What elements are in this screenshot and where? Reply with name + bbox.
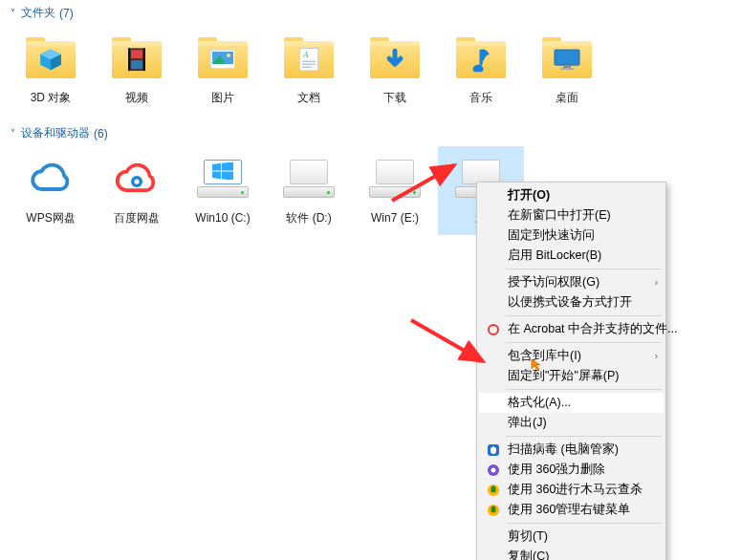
menu-item[interactable]: 使用 360管理右键菜单 (479, 500, 664, 520)
svg-marker-22 (212, 163, 221, 171)
drive-win10-c[interactable]: Win10 (C:) (180, 146, 266, 235)
360purple-icon (486, 463, 501, 478)
menu-item-label: 打开(O) (508, 187, 550, 204)
menu-item-label: 使用 360管理右键菜单 (508, 502, 630, 518)
menu-item-label: 使用 360强力删除 (508, 462, 605, 478)
section-header-drives[interactable]: ˅ 设备和驱动器 (6) (0, 120, 741, 144)
folder-icon (194, 32, 251, 85)
menu-item[interactable]: 弹出(J) (479, 413, 664, 433)
360yellow-icon (486, 483, 501, 498)
section-title: 设备和驱动器 (21, 125, 90, 141)
guanjia-icon (486, 442, 501, 458)
svg-rect-4 (131, 50, 142, 58)
menu-item-label: 在新窗口中打开(E) (508, 207, 611, 224)
menu-item-label: 剪切(T) (508, 528, 548, 545)
monitor-icon (554, 49, 580, 70)
folder-label: 桌面 (556, 91, 578, 106)
menu-separator (506, 315, 662, 316)
menu-item[interactable]: 在新窗口中打开(E) (479, 205, 664, 226)
chevron-down-icon: ˅ (8, 8, 17, 18)
svg-marker-23 (222, 162, 233, 171)
chevron-right-icon: › (655, 351, 658, 361)
drive-baidu-cloud[interactable]: 百度网盘 (94, 146, 180, 235)
section-header-folders[interactable]: ˅ 文件夹 (7) (0, 0, 741, 24)
svg-line-35 (411, 320, 483, 361)
svg-point-21 (134, 179, 139, 183)
menu-item-label: 复制(C) (508, 549, 549, 560)
menu-separator (506, 389, 662, 390)
folder-desktop[interactable]: 桌面 (524, 26, 610, 115)
menu-item-label: 使用 360进行木马云查杀 (508, 482, 643, 498)
menu-item[interactable]: 以便携式设备方式打开 (479, 292, 664, 312)
folder-icon (452, 32, 510, 85)
chevron-right-icon: › (655, 277, 658, 288)
drive-label: 百度网盘 (114, 211, 160, 226)
menu-item[interactable]: 扫描病毒 (电脑管家) (479, 440, 664, 460)
menu-separator (506, 269, 662, 269)
film-icon (128, 48, 145, 71)
windows-logo-icon (204, 160, 242, 184)
svg-point-29 (491, 467, 496, 472)
section-count: (7) (59, 7, 74, 20)
section-title: 文件夹 (21, 5, 55, 21)
download-icon (383, 48, 406, 71)
svg-rect-5 (131, 60, 142, 69)
menu-item-label: 在 Acrobat 中合并支持的文件... (508, 321, 677, 337)
menu-item[interactable]: 授予访问权限(G)› (479, 272, 664, 292)
folder-label: 图片 (211, 91, 234, 106)
menu-item-label: 固定到"开始"屏幕(P) (508, 368, 620, 384)
folder-documents[interactable]: A 文档 (266, 26, 352, 115)
folder-icon (538, 32, 596, 85)
menu-item[interactable]: 在 Acrobat 中合并支持的文件... (479, 319, 664, 339)
folder-label: 视频 (125, 91, 148, 106)
wps-cloud-icon (22, 152, 79, 205)
svg-point-11 (227, 54, 230, 57)
folder-music[interactable]: 音乐 (438, 26, 524, 115)
menu-item[interactable]: 启用 BitLocker(B) (479, 246, 664, 266)
folders-row: 3D 对象 视频 图片 A (0, 24, 741, 120)
menu-item[interactable]: 使用 360进行木马云查杀 (479, 480, 664, 500)
drive-win7-e[interactable]: Win7 (E:) (352, 146, 438, 235)
svg-rect-6 (128, 48, 130, 71)
acrobat-icon (486, 322, 501, 337)
svg-rect-7 (143, 48, 145, 71)
folder-downloads[interactable]: 下载 (352, 26, 438, 115)
menu-separator (506, 523, 662, 524)
menu-item[interactable]: 打开(O) (479, 185, 664, 205)
menu-item[interactable]: 剪切(T) (479, 527, 664, 547)
music-icon (470, 47, 491, 72)
folder-label: 音乐 (469, 91, 492, 106)
chevron-down-icon: ˅ (8, 128, 17, 139)
drive-icon (280, 152, 338, 205)
folder-3d-objects[interactable]: 3D 对象 (8, 26, 94, 115)
document-icon: A (299, 48, 318, 71)
baidu-cloud-icon (108, 152, 165, 205)
context-menu: 打开(O)在新窗口中打开(E)固定到快速访问启用 BitLocker(B)授予访… (476, 182, 666, 560)
folder-videos[interactable]: 视频 (94, 26, 180, 115)
folder-pictures[interactable]: 图片 (180, 26, 266, 115)
folder-icon (108, 32, 165, 85)
svg-marker-25 (222, 172, 233, 181)
menu-item[interactable]: 使用 360强力删除 (479, 460, 664, 480)
folder-icon (366, 32, 424, 85)
drive-label: Win7 (E:) (371, 211, 419, 226)
360yellow-icon (486, 503, 501, 518)
menu-item-label: 授予访问权限(G) (508, 274, 599, 291)
svg-rect-17 (555, 50, 579, 65)
menu-item-label: 扫描病毒 (电脑管家) (508, 442, 619, 458)
menu-separator (506, 436, 662, 437)
drive-wps-cloud[interactable]: WPS网盘 (8, 146, 94, 235)
menu-item[interactable]: 格式化(A)... (479, 393, 664, 413)
drive-icon (366, 152, 424, 205)
menu-item[interactable]: 复制(C) (479, 547, 664, 560)
drive-software-d[interactable]: 软件 (D:) (266, 146, 352, 235)
menu-item[interactable]: 固定到"开始"屏幕(P) (479, 366, 664, 386)
svg-point-26 (489, 325, 498, 334)
folder-icon: A (280, 32, 338, 85)
menu-item[interactable]: 包含到库中(I)› (479, 346, 664, 366)
menu-item[interactable]: 固定到快速访问 (479, 226, 664, 246)
folder-label: 3D 对象 (31, 91, 72, 106)
menu-item-label: 启用 BitLocker(B) (508, 248, 601, 264)
drive-label: WPS网盘 (26, 211, 75, 226)
menu-item-label: 包含到库中(I) (508, 348, 581, 364)
